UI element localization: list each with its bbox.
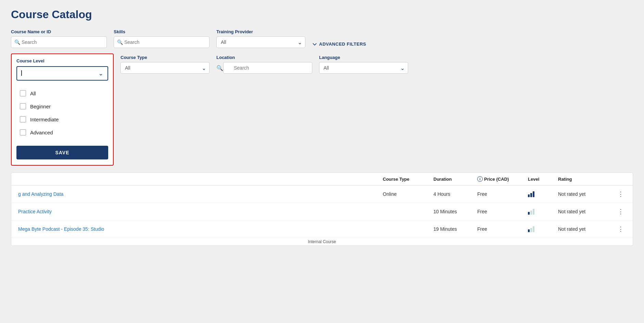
course-name-search-icon: 🔍 bbox=[14, 39, 20, 45]
advanced-filters-label: ADVANCED FILTERS bbox=[319, 41, 366, 47]
course-link-3[interactable]: Mega Byte Podcast - Episode 35: Studio bbox=[18, 226, 380, 232]
internal-course-label: Internal Course bbox=[11, 238, 633, 246]
training-provider-filter-group: Training Provider All ⌄ bbox=[216, 29, 305, 48]
course-name-filter-group: Course Name or ID 🔍 bbox=[11, 29, 107, 48]
location-filter-group: Location 🔍 bbox=[216, 53, 312, 74]
checkbox-beginner[interactable] bbox=[20, 103, 26, 109]
table-col-course-type: Course Type bbox=[383, 177, 431, 182]
course-type-filter-group: Course Type All ⌄ bbox=[121, 53, 210, 74]
skills-search-icon: 🔍 bbox=[117, 39, 123, 45]
checkbox-intermediate[interactable] bbox=[20, 116, 26, 122]
table-row: Practice Activity 10 Minutes Free Not ra… bbox=[11, 203, 633, 220]
price-2: Free bbox=[477, 209, 525, 214]
row-actions-2[interactable]: ⋮ bbox=[616, 208, 626, 215]
bar-1-3 bbox=[533, 191, 534, 197]
table-row: g and Analyzing Data Online 4 Hours Free… bbox=[11, 186, 633, 203]
bar-2-1 bbox=[528, 212, 530, 215]
save-button[interactable]: SAVE bbox=[16, 146, 108, 159]
bar-2-2 bbox=[530, 211, 532, 215]
course-level-options: All Beginner Intermediate Advanced bbox=[16, 84, 108, 142]
checkbox-advanced[interactable] bbox=[20, 129, 26, 135]
training-provider-select[interactable]: All bbox=[216, 36, 305, 48]
course-name-input-wrap: 🔍 bbox=[11, 36, 107, 48]
option-all-label: All bbox=[30, 91, 36, 96]
level-icon-3 bbox=[528, 226, 555, 232]
bar-3-3 bbox=[533, 226, 534, 232]
course-type-select[interactable]: All bbox=[121, 62, 210, 74]
table-row: Mega Byte Podcast - Episode 35: Studio 1… bbox=[11, 220, 633, 238]
table-col-level: Level bbox=[528, 177, 555, 182]
option-intermediate-label: Intermediate bbox=[30, 117, 59, 122]
price-info-icon[interactable]: i bbox=[477, 176, 483, 182]
duration-2: 10 Minutes bbox=[433, 209, 475, 214]
price-1: Free bbox=[477, 191, 525, 197]
language-filter-group: Language All ⌄ bbox=[319, 53, 408, 74]
bar-2-3 bbox=[533, 209, 534, 215]
level-icon-2 bbox=[528, 208, 555, 215]
price-label: Price (CAD) bbox=[484, 177, 509, 182]
advanced-filters-button[interactable]: ADVANCED FILTERS bbox=[312, 41, 366, 48]
page-title: Course Catalog bbox=[11, 8, 633, 21]
bar-1-1 bbox=[528, 194, 530, 197]
bar-1-2 bbox=[530, 193, 532, 197]
course-level-cursor bbox=[21, 70, 22, 77]
filters-row-1: Course Name or ID 🔍 Skills 🔍 Training Pr… bbox=[11, 29, 633, 48]
language-select[interactable]: All bbox=[319, 62, 408, 74]
course-name-input[interactable] bbox=[11, 36, 107, 48]
course-level-option-intermediate[interactable]: Intermediate bbox=[16, 113, 108, 126]
course-level-option-all[interactable]: All bbox=[16, 87, 108, 100]
course-level-option-beginner[interactable]: Beginner bbox=[16, 100, 108, 113]
course-type-dropdown-wrap: All ⌄ bbox=[121, 62, 210, 74]
location-input[interactable] bbox=[223, 62, 312, 74]
course-level-group: Course Level ⌄ All Beginner Intermediate… bbox=[11, 53, 114, 166]
course-type-label: Course Type bbox=[121, 55, 210, 60]
table-col-rating: Rating bbox=[558, 177, 613, 182]
course-level-label: Course Level bbox=[16, 58, 108, 63]
course-name-label: Course Name or ID bbox=[11, 29, 107, 34]
option-beginner-label: Beginner bbox=[30, 104, 51, 109]
course-link-1[interactable]: g and Analyzing Data bbox=[18, 191, 380, 197]
course-type-1: Online bbox=[383, 191, 431, 197]
skills-filter-group: Skills 🔍 bbox=[114, 29, 210, 48]
training-provider-dropdown-wrap: All ⌄ bbox=[216, 36, 305, 48]
language-label: Language bbox=[319, 55, 408, 60]
chevron-down-icon bbox=[312, 42, 317, 47]
skills-input-wrap: 🔍 bbox=[114, 36, 210, 48]
rating-1: Not rated yet bbox=[558, 191, 613, 197]
training-provider-label: Training Provider bbox=[216, 29, 305, 34]
checkbox-all[interactable] bbox=[20, 90, 26, 96]
table-col-duration: Duration bbox=[433, 177, 475, 182]
course-level-trigger[interactable]: ⌄ bbox=[16, 66, 108, 81]
row-actions-1[interactable]: ⋮ bbox=[616, 190, 626, 198]
course-level-option-advanced[interactable]: Advanced bbox=[16, 126, 108, 139]
location-search-icon: 🔍 bbox=[216, 65, 223, 71]
option-advanced-label: Advanced bbox=[30, 130, 53, 135]
duration-1: 4 Hours bbox=[433, 191, 475, 197]
course-level-chevron-icon: ⌄ bbox=[98, 70, 103, 77]
level-icon-1 bbox=[528, 191, 555, 197]
location-label: Location bbox=[216, 55, 312, 60]
skills-label: Skills bbox=[114, 29, 210, 34]
table-header: Course Type Duration i Price (CAD) Level… bbox=[11, 173, 633, 186]
course-link-2[interactable]: Practice Activity bbox=[18, 209, 380, 214]
location-input-wrap: 🔍 bbox=[216, 62, 312, 74]
rating-2: Not rated yet bbox=[558, 209, 613, 214]
rating-3: Not rated yet bbox=[558, 226, 613, 232]
bar-3-1 bbox=[528, 229, 530, 232]
course-table: Course Type Duration i Price (CAD) Level… bbox=[11, 172, 633, 246]
duration-3: 19 Minutes bbox=[433, 226, 475, 232]
row-actions-3[interactable]: ⋮ bbox=[616, 225, 626, 233]
price-3: Free bbox=[477, 226, 525, 232]
skills-input[interactable] bbox=[114, 36, 210, 48]
filters-row-2: Course Level ⌄ All Beginner Intermediate… bbox=[11, 53, 633, 166]
language-dropdown-wrap: All ⌄ bbox=[319, 62, 408, 74]
table-col-price: i Price (CAD) bbox=[477, 176, 525, 182]
bar-3-2 bbox=[530, 228, 532, 232]
